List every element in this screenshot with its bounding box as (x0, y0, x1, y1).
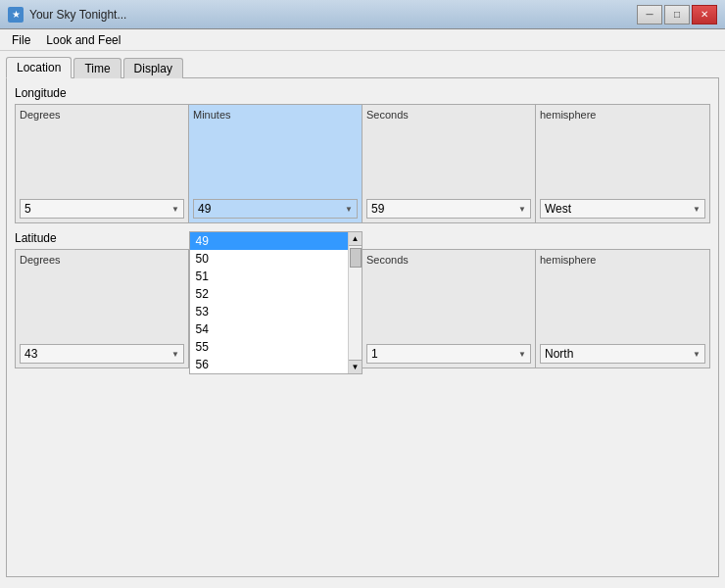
longitude-minutes-dropdown[interactable]: 49 ▼ (193, 199, 358, 219)
longitude-seconds-cell: Seconds 59 ▼ (362, 105, 536, 222)
window-title: Your Sky Tonight... (29, 8, 126, 22)
tab-content-location: Longitude Degrees 5 ▼ Minutes 49 ▼ (6, 77, 719, 577)
dropdown-items-container: 49 50 51 52 53 54 55 56 ▲ ▼ (190, 232, 362, 373)
longitude-minutes-value: 49 (198, 202, 211, 216)
latitude-hemisphere-dropdown[interactable]: North ▼ (540, 344, 705, 364)
longitude-seconds-header: Seconds (366, 109, 531, 121)
longitude-minutes-header: Minutes (193, 109, 358, 121)
longitude-seconds-value: 59 (371, 202, 384, 216)
longitude-degrees-arrow: ▼ (171, 205, 179, 214)
latitude-degrees-dropdown[interactable]: 43 ▼ (20, 344, 184, 364)
longitude-hemisphere-cell: hemisphere West ▼ (536, 105, 709, 222)
longitude-grid: Degrees 5 ▼ Minutes 49 ▼ Seconds (15, 104, 710, 223)
dropdown-item-55[interactable]: 55 (190, 338, 349, 356)
menu-file[interactable]: File (4, 31, 38, 49)
longitude-section: Longitude Degrees 5 ▼ Minutes 49 ▼ (15, 86, 710, 223)
scroll-thumb (350, 248, 362, 268)
longitude-minutes-arrow: ▼ (345, 205, 353, 214)
title-bar-controls: ─ □ ✕ (637, 5, 717, 24)
longitude-degrees-cell: Degrees 5 ▼ (16, 105, 189, 222)
dropdown-item-54[interactable]: 54 (190, 320, 349, 338)
longitude-degrees-header: Degrees (20, 109, 184, 121)
longitude-seconds-dropdown[interactable]: 59 ▼ (366, 199, 531, 219)
longitude-hemisphere-dropdown[interactable]: West ▼ (540, 199, 705, 219)
dropdown-item-51[interactable]: 51 (190, 268, 349, 285)
latitude-degrees-value: 43 (24, 347, 37, 361)
longitude-label: Longitude (15, 86, 710, 100)
scroll-down-button[interactable]: ▼ (349, 360, 362, 373)
minimize-button[interactable]: ─ (637, 5, 662, 24)
tab-time[interactable]: Time (73, 58, 121, 78)
dropdown-scrollbar: ▲ ▼ (348, 232, 362, 373)
longitude-hemisphere-value: West (545, 202, 571, 216)
latitude-degrees-arrow: ▼ (171, 350, 179, 359)
tab-location[interactable]: Location (6, 57, 72, 78)
latitude-seconds-arrow: ▼ (518, 350, 526, 359)
latitude-seconds-cell: Seconds 1 ▼ (362, 250, 536, 368)
tab-display[interactable]: Display (123, 58, 183, 78)
latitude-seconds-dropdown[interactable]: 1 ▼ (366, 344, 531, 364)
latitude-seconds-value: 1 (371, 347, 378, 361)
menu-bar: File Look and Feel (0, 29, 725, 51)
title-bar-left: ★ Your Sky Tonight... (8, 7, 126, 23)
latitude-hemisphere-arrow: ▼ (693, 350, 701, 359)
restore-button[interactable]: □ (664, 5, 690, 24)
dropdown-item-52[interactable]: 52 (190, 285, 349, 303)
title-bar: ★ Your Sky Tonight... ─ □ ✕ (0, 0, 725, 29)
dropdown-list: 49 50 51 52 53 54 55 56 (190, 232, 349, 373)
latitude-hemisphere-cell: hemisphere North ▼ (536, 250, 709, 368)
latitude-hemisphere-value: North (545, 347, 573, 361)
dropdown-item-49[interactable]: 49 (190, 232, 349, 250)
latitude-area: Latitude 49 50 51 52 53 54 55 56 ▲ (15, 231, 710, 368)
latitude-degrees-header: Degrees (20, 254, 184, 266)
longitude-degrees-dropdown[interactable]: 5 ▼ (20, 199, 184, 219)
tab-container: Location Time Display (6, 57, 719, 78)
main-window: Location Time Display Longitude Degrees … (0, 51, 725, 588)
longitude-minutes-cell: Minutes 49 ▼ (189, 105, 362, 222)
dropdown-item-50[interactable]: 50 (190, 250, 349, 268)
longitude-seconds-arrow: ▼ (518, 205, 526, 214)
latitude-label: Latitude (15, 231, 710, 245)
dropdown-item-53[interactable]: 53 (190, 303, 349, 320)
longitude-degrees-value: 5 (24, 202, 31, 216)
longitude-hemisphere-arrow: ▼ (693, 205, 701, 214)
scroll-up-button[interactable]: ▲ (349, 232, 362, 246)
minutes-dropdown-popup[interactable]: 49 50 51 52 53 54 55 56 ▲ ▼ (189, 231, 363, 374)
latitude-hemisphere-header: hemisphere (540, 254, 705, 266)
close-button[interactable]: ✕ (692, 5, 717, 24)
dropdown-item-56[interactable]: 56 (190, 356, 349, 373)
latitude-seconds-header: Seconds (366, 254, 531, 266)
longitude-hemisphere-header: hemisphere (540, 109, 705, 121)
app-icon: ★ (8, 7, 24, 23)
latitude-grid: Degrees 43 ▼ Minutes 22 ▼ Seconds (15, 249, 710, 368)
menu-look-and-feel[interactable]: Look and Feel (38, 31, 128, 49)
latitude-degrees-cell: Degrees 43 ▼ (16, 250, 189, 368)
